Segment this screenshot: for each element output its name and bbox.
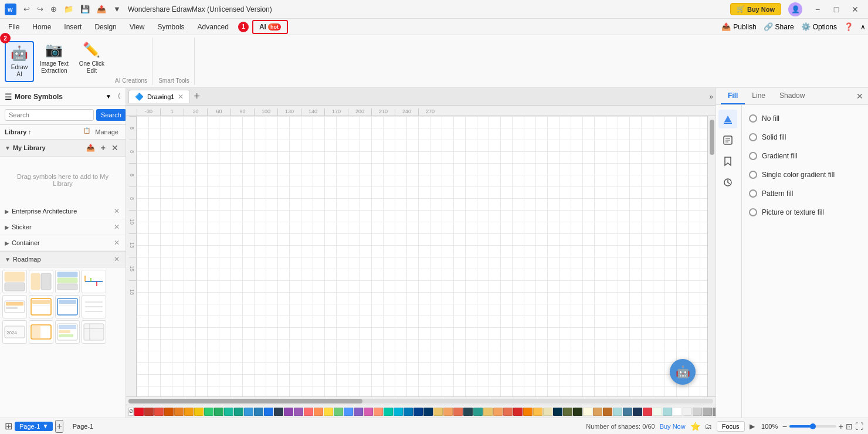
color-swatch[interactable] bbox=[603, 408, 612, 416]
zoom-slider[interactable] bbox=[789, 425, 836, 428]
menu-file[interactable]: File bbox=[2, 21, 25, 33]
vertical-scrollbar[interactable] bbox=[707, 116, 716, 396]
more-btn[interactable]: ▼ bbox=[111, 4, 123, 15]
maximize-btn[interactable]: □ bbox=[828, 4, 845, 15]
color-swatch[interactable] bbox=[703, 408, 712, 416]
new-btn[interactable]: ⊕ bbox=[48, 4, 59, 15]
color-swatch[interactable] bbox=[423, 408, 433, 416]
color-swatch[interactable] bbox=[643, 408, 652, 416]
section-sticker-close[interactable]: ✕ bbox=[113, 223, 121, 231]
my-lib-add-btn[interactable]: + bbox=[99, 142, 108, 154]
shape-thumb-2[interactable] bbox=[29, 270, 53, 293]
color-swatch[interactable] bbox=[693, 408, 702, 416]
color-swatch[interactable] bbox=[613, 408, 622, 416]
color-swatch[interactable] bbox=[404, 408, 413, 416]
color-swatch[interactable] bbox=[314, 408, 323, 416]
shape-thumb-5[interactable] bbox=[2, 295, 27, 318]
minimize-btn[interactable]: − bbox=[809, 4, 826, 15]
tab-close-icon[interactable]: ✕ bbox=[178, 93, 184, 101]
color-swatch[interactable] bbox=[633, 408, 642, 416]
color-swatch[interactable] bbox=[563, 408, 572, 416]
fullscreen-btn[interactable]: ⛶ bbox=[855, 422, 863, 431]
color-swatch[interactable] bbox=[344, 408, 353, 416]
color-swatch[interactable] bbox=[184, 408, 194, 416]
ai-assistant-button[interactable]: 🤖 bbox=[670, 359, 696, 385]
color-swatch[interactable] bbox=[134, 408, 144, 416]
buy-now-button[interactable]: Buy Now bbox=[730, 3, 781, 15]
shape-thumb-3[interactable] bbox=[55, 270, 80, 293]
color-swatch[interactable] bbox=[523, 408, 533, 416]
radio-single-gradient[interactable] bbox=[749, 171, 757, 179]
color-swatch[interactable] bbox=[204, 408, 213, 416]
radio-no-fill[interactable] bbox=[749, 114, 757, 123]
color-swatch[interactable] bbox=[154, 408, 164, 416]
shape-thumb-7[interactable] bbox=[55, 295, 80, 318]
fill-icon-btn[interactable] bbox=[718, 110, 737, 128]
color-swatch[interactable] bbox=[673, 408, 682, 416]
search-input[interactable] bbox=[5, 109, 94, 121]
radio-gradient[interactable] bbox=[749, 152, 757, 160]
save-btn[interactable]: 💾 bbox=[78, 4, 92, 15]
manage-button[interactable]: Manage bbox=[93, 127, 121, 137]
color-swatch[interactable] bbox=[244, 408, 253, 416]
color-swatch[interactable] bbox=[493, 408, 503, 416]
image-text-extraction-button[interactable]: 📷 Image TextExtraction bbox=[35, 38, 73, 79]
zoom-out-btn[interactable]: − bbox=[782, 422, 787, 431]
no-color-swatch[interactable]: ∅ bbox=[128, 408, 134, 416]
fill-option-solid[interactable]: Solid fill bbox=[749, 131, 861, 144]
menu-symbols[interactable]: Symbols bbox=[152, 21, 191, 33]
radio-solid[interactable] bbox=[749, 133, 757, 141]
canvas-grid[interactable]: 🤖 bbox=[137, 116, 707, 396]
status-buy-now-link[interactable]: Buy Now bbox=[660, 423, 686, 430]
fill-option-pattern[interactable]: Pattern fill bbox=[749, 187, 861, 200]
color-swatch[interactable] bbox=[364, 408, 373, 416]
color-swatch[interactable] bbox=[174, 408, 184, 416]
zoom-thumb[interactable] bbox=[810, 423, 816, 429]
menu-view[interactable]: View bbox=[124, 21, 151, 33]
undo-btn[interactable]: ↩ bbox=[21, 4, 32, 15]
drawing1-tab[interactable]: 🔷 Drawing1 ✕ bbox=[128, 90, 190, 103]
add-page-btn[interactable]: + bbox=[55, 420, 63, 433]
play-btn[interactable]: ▶ bbox=[750, 422, 755, 430]
radio-picture[interactable] bbox=[749, 208, 757, 216]
radio-pattern[interactable] bbox=[749, 189, 757, 198]
color-swatch[interactable] bbox=[553, 408, 562, 416]
history-icon-btn[interactable] bbox=[718, 173, 737, 192]
page-layout-btn[interactable]: ⊞ bbox=[5, 421, 12, 432]
ai-tab-button[interactable]: AI hot bbox=[252, 20, 288, 34]
my-lib-close-btn[interactable]: ✕ bbox=[109, 142, 121, 154]
color-swatch[interactable] bbox=[214, 408, 223, 416]
menu-home[interactable]: Home bbox=[26, 21, 57, 33]
menu-design[interactable]: Design bbox=[89, 21, 122, 33]
publish-btn[interactable]: 📤 Publish bbox=[721, 22, 756, 31]
color-swatch[interactable] bbox=[463, 408, 473, 416]
user-avatar[interactable]: 👤 bbox=[788, 2, 802, 16]
scroll-track[interactable] bbox=[128, 399, 713, 404]
sidebar-item-container[interactable]: ▶ Container ✕ bbox=[0, 235, 126, 251]
color-swatch[interactable] bbox=[583, 408, 592, 416]
fill-option-picture[interactable]: Picture or texture fill bbox=[749, 206, 861, 219]
color-swatch[interactable] bbox=[354, 408, 363, 416]
bookmark-icon-btn[interactable] bbox=[718, 152, 737, 171]
color-swatch[interactable] bbox=[194, 408, 204, 416]
color-swatch[interactable] bbox=[413, 408, 423, 416]
menu-advanced[interactable]: Advanced bbox=[192, 21, 235, 33]
color-swatch[interactable] bbox=[264, 408, 273, 416]
sidebar-item-sticker[interactable]: ▶ Sticker ✕ bbox=[0, 219, 126, 235]
color-swatch[interactable] bbox=[443, 408, 453, 416]
color-swatch[interactable] bbox=[543, 408, 552, 416]
color-swatch[interactable] bbox=[224, 408, 233, 416]
menu-insert[interactable]: Insert bbox=[58, 21, 87, 33]
color-swatch[interactable] bbox=[593, 408, 602, 416]
color-swatch[interactable] bbox=[473, 408, 483, 416]
color-swatch[interactable] bbox=[683, 408, 692, 416]
fit-page-btn[interactable]: ⊡ bbox=[846, 422, 853, 431]
color-swatch[interactable] bbox=[453, 408, 463, 416]
color-swatch[interactable] bbox=[394, 408, 403, 416]
color-swatch[interactable] bbox=[274, 408, 283, 416]
tab-fill[interactable]: Fill bbox=[721, 88, 745, 104]
redo-btn[interactable]: ↪ bbox=[35, 4, 46, 15]
color-swatch[interactable] bbox=[623, 408, 632, 416]
help-btn[interactable]: ❓ bbox=[844, 22, 853, 31]
sidebar-item-enterprise-architecture[interactable]: ▶ Enterprise Architecture ✕ bbox=[0, 204, 126, 219]
